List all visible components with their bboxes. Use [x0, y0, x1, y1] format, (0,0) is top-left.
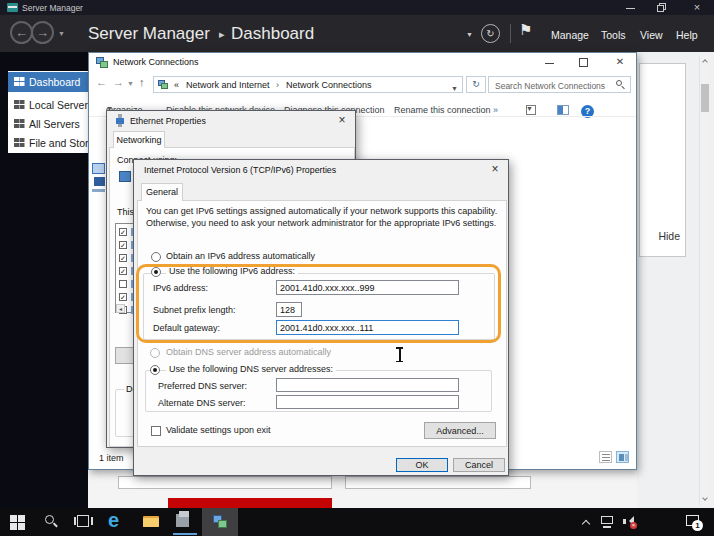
close-button[interactable]: ×	[686, 0, 708, 15]
explorer-minimize[interactable]	[537, 55, 563, 69]
dashboard-scrollbar[interactable]	[699, 56, 709, 505]
tray-network-icon[interactable]	[598, 508, 618, 536]
preferred-dns-field[interactable]	[276, 378, 459, 392]
radio-dns-auto-label: Obtain DNS server address automatically	[166, 347, 331, 357]
sidebar-item-file-storage[interactable]: File and Storag	[8, 133, 88, 153]
nav-back-icon[interactable]: ←	[96, 76, 107, 88]
scrollbar-thumb[interactable]	[701, 84, 709, 112]
network-connections-taskbar-icon[interactable]	[202, 508, 238, 536]
list-scroll-left-icon[interactable]: ◂	[116, 304, 125, 313]
item-count: 1 item	[99, 453, 124, 463]
list-view-toggle[interactable]	[599, 451, 612, 463]
back-button[interactable]: ←	[10, 21, 33, 44]
alternate-dns-field[interactable]	[276, 395, 459, 409]
screen: Server Manager × ← → ▼ Server Manager ▸ …	[0, 0, 714, 536]
sidebar-item-dashboard[interactable]: Dashboard	[8, 72, 88, 92]
hide-link[interactable]: Hide	[658, 230, 680, 242]
alternate-dns-label: Alternate DNS server:	[158, 398, 246, 408]
notification-badge: 1	[692, 520, 703, 531]
dashboard-icon	[14, 77, 19, 81]
explorer-titlebar: Network Connections ✕	[89, 53, 636, 71]
ipv6-address-field[interactable]: 2001.41d0.xxx.xxx..999	[276, 280, 459, 295]
crumb-network-internet[interactable]: Network and Internet	[186, 78, 270, 93]
ipv6-close-icon[interactable]: ×	[488, 163, 502, 177]
menu-manage[interactable]: Manage	[551, 29, 589, 41]
search-placeholder: Search Network Connections	[495, 79, 605, 93]
eth-dialog-icon	[115, 114, 125, 127]
scroll-up-icon[interactable]	[702, 59, 708, 65]
radio-dns-manual[interactable]	[150, 365, 160, 375]
manageability-alert-tile[interactable]	[168, 498, 332, 508]
breadcrumb-page[interactable]: Dashboard	[231, 24, 314, 44]
sidebar-item-all-servers[interactable]: All Servers	[8, 114, 88, 134]
menu-help[interactable]: Help	[676, 29, 698, 41]
advanced-button[interactable]: Advanced...	[424, 422, 496, 439]
menu-tools[interactable]: Tools	[601, 29, 626, 41]
thumbnail-view-toggle[interactable]	[616, 451, 629, 463]
explorer-close[interactable]: ✕	[607, 55, 633, 69]
refresh-icon[interactable]: ↻	[481, 24, 500, 43]
ipv6-tab-general[interactable]: General	[141, 183, 183, 201]
subnet-prefix-field[interactable]: 128	[276, 302, 302, 317]
volume-muted-badge: ×	[630, 522, 637, 529]
radio-dns-manual-label[interactable]: Use the following DNS server addresses:	[166, 364, 336, 374]
app-title: Server Manager	[22, 3, 83, 13]
preferred-dns-label: Preferred DNS server:	[158, 381, 247, 391]
server-manager-taskbar-icon[interactable]	[170, 508, 200, 536]
validate-label[interactable]: Validate settings upon exit	[166, 425, 270, 435]
ipv6-title: Internet Protocol Version 6 (TCP/IPv6) P…	[144, 165, 336, 175]
address-dropdown-icon[interactable]: ▼	[451, 81, 458, 93]
eth-title: Ethernet Properties	[130, 116, 206, 126]
subnet-prefix-label: Subnet prefix length:	[153, 305, 236, 315]
task-view-icon[interactable]	[70, 508, 98, 536]
internet-explorer-icon[interactable]: e	[102, 508, 132, 536]
text-cursor	[396, 347, 403, 362]
validate-checkbox[interactable]	[151, 426, 161, 436]
file-explorer-icon[interactable]	[138, 508, 166, 536]
crumb-network-connections[interactable]: Network Connections	[286, 78, 372, 93]
minimize-button[interactable]	[620, 0, 642, 15]
start-button[interactable]	[6, 508, 32, 536]
ok-button[interactable]: OK	[396, 458, 448, 472]
ethernet-item-icon-fragment[interactable]	[92, 163, 106, 203]
crumb-chevrons[interactable]: «	[174, 78, 179, 93]
all-servers-icon	[14, 119, 19, 123]
server-manager-header: ← → ▼ Server Manager ▸ Dashboard ▼ ↻ ⚑ M…	[0, 15, 714, 52]
crumb-separator: ›	[276, 78, 279, 93]
action-center-icon[interactable]: 1	[682, 508, 708, 536]
eth-tab-networking[interactable]: Networking	[113, 131, 165, 148]
breadcrumb-root[interactable]: Server Manager	[88, 24, 210, 44]
scroll-down-icon[interactable]	[702, 495, 708, 501]
tray-volume-icon[interactable]: ×	[620, 508, 640, 536]
search-box[interactable]: Search Network Connections	[488, 76, 631, 93]
server-manager-icon	[7, 3, 18, 12]
taskbar: e × 1	[0, 508, 714, 536]
dashboard-tile-fragment	[345, 476, 531, 489]
notifications-flag-icon[interactable]: ⚑	[519, 21, 532, 39]
explorer-title: Network Connections	[113, 57, 199, 67]
forward-button[interactable]: →	[31, 21, 54, 44]
nav-dropdown-icon[interactable]: ▼	[58, 30, 65, 37]
radio-use-following-label[interactable]: Use the following IPv6 address:	[166, 266, 298, 276]
default-gateway-field[interactable]: 2001.41d0.xxx.xxx..111	[276, 320, 459, 335]
hidden-icons-chevron[interactable]	[582, 520, 590, 528]
restore-button[interactable]	[652, 0, 674, 15]
ipv6-properties-dialog: Internet Protocol Version 6 (TCP/IPv6) P…	[133, 159, 509, 476]
nav-forward-icon[interactable]: →	[113, 76, 124, 88]
menu-view[interactable]: View	[640, 29, 663, 41]
radio-use-following[interactable]	[151, 267, 161, 277]
eth-close-icon[interactable]: ×	[335, 114, 349, 128]
radio-obtain-auto-label[interactable]: Obtain an IPv6 address automatically	[166, 251, 315, 261]
taskbar-search-icon[interactable]	[38, 508, 66, 536]
sidebar-item-local-server[interactable]: Local Server	[8, 95, 88, 115]
refresh-dropdown-icon[interactable]: ▼	[466, 31, 473, 38]
nav-up-icon[interactable]: ↑	[139, 76, 145, 88]
address-icon2	[161, 83, 168, 89]
cancel-button[interactable]: Cancel	[453, 458, 505, 472]
refresh-button[interactable]: ↻	[466, 76, 486, 93]
explorer-maximize[interactable]	[571, 55, 597, 69]
nav-history-icon[interactable]: ▼	[127, 80, 134, 87]
radio-obtain-auto[interactable]	[151, 252, 161, 262]
dashboard-tile-fragment	[118, 476, 332, 489]
breadcrumb-box[interactable]: « Network and Internet › Network Connect…	[153, 76, 463, 93]
